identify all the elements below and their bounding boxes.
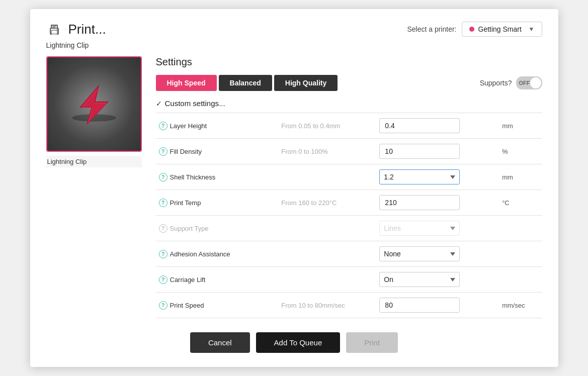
high-speed-button[interactable]: High Speed (156, 75, 217, 91)
help-icon[interactable]: ? (159, 275, 167, 284)
setting-range-cell: From 10 to 80mm/sec (278, 293, 376, 318)
printer-status-dot (469, 27, 474, 32)
setting-unit-cell: °C (499, 190, 542, 216)
help-icon[interactable]: ? (159, 199, 167, 207)
printer-select-area: Select a printer: Getting Smart ▼ (407, 22, 542, 37)
settings-area: Settings High Speed Balanced High Qualit… (156, 56, 542, 318)
shell-thickness-select[interactable]: 1.2 0.8 1.6 2.0 (379, 169, 460, 184)
help-icon[interactable]: ? (159, 250, 167, 258)
cancel-button[interactable]: Cancel (190, 332, 250, 353)
settings-title: Settings (156, 56, 542, 68)
setting-range-cell (278, 267, 376, 293)
help-icon[interactable]: ? (159, 173, 167, 181)
setting-unit-cell (499, 267, 542, 293)
printer-select-label: Select a printer: (407, 25, 456, 33)
print-dialog: Print... Select a printer: Getting Smart… (30, 9, 558, 367)
setting-name: Shell Thickness (170, 173, 216, 181)
setting-input-cell (376, 139, 499, 164)
carriage-lift-select[interactable]: On Off (379, 272, 460, 287)
setting-input-cell: Lines Grid (376, 216, 499, 241)
setting-range-cell: From 160 to 220°C (278, 190, 376, 216)
add-to-queue-button[interactable]: Add To Queue (256, 332, 341, 353)
setting-range-cell: From 0.05 to 0.4mm (278, 113, 376, 139)
printer-dropdown[interactable]: Getting Smart ▼ (462, 22, 542, 37)
chevron-right-icon: ✓ (156, 100, 162, 108)
chevron-down-icon: ▼ (529, 26, 535, 33)
toggle-knob (530, 77, 541, 88)
table-row: ? Print Speed From 10 to 80mm/sec mm/sec (156, 293, 542, 318)
setting-unit-cell (499, 241, 542, 267)
setting-input-cell (376, 113, 499, 139)
svg-rect-3 (52, 33, 57, 35)
footer-buttons: Cancel Add To Queue Print (46, 332, 542, 353)
support-type-select: Lines Grid (379, 221, 460, 236)
table-row: ? Carriage Lift On Off (156, 267, 542, 293)
print-icon (46, 21, 62, 37)
setting-name-cell: ? Adhesion Assistance (156, 241, 279, 267)
setting-unit-cell: % (499, 139, 542, 164)
adhesion-assistance-select[interactable]: None Brim Raft (379, 246, 460, 261)
lightning-clip-image (66, 81, 122, 127)
print-speed-input[interactable] (379, 298, 460, 313)
table-row: ? Layer Height From 0.05 to 0.4mm mm (156, 113, 542, 139)
header-row: Print... Select a printer: Getting Smart… (46, 21, 542, 37)
table-row: ? Shell Thickness 1.2 0.8 1.6 2.0 (156, 164, 542, 190)
custom-settings-label: Custom settings... (165, 99, 225, 108)
table-row: ? Adhesion Assistance None Brim Raft (156, 241, 542, 267)
object-name: Lightning Clip (46, 41, 542, 49)
thumbnail-area: Lightning Clip (46, 56, 142, 318)
setting-name: Adhesion Assistance (170, 250, 230, 258)
setting-unit-cell: mm/sec (499, 293, 542, 318)
setting-name-cell: ? Shell Thickness (156, 164, 279, 190)
settings-table: ? Layer Height From 0.05 to 0.4mm mm (156, 113, 542, 318)
table-row: ? Fill Density From 0 to 100% % (156, 139, 542, 164)
setting-unit-cell (499, 216, 542, 241)
setting-input-cell: On Off (376, 267, 499, 293)
setting-name-cell: ? Fill Density (156, 139, 279, 164)
custom-settings-row[interactable]: ✓ Custom settings... (156, 99, 542, 108)
setting-name: Print Speed (170, 302, 204, 309)
setting-range-cell (278, 216, 376, 241)
print-temp-input[interactable] (379, 195, 460, 210)
setting-input-cell (376, 293, 499, 318)
setting-input-cell (376, 190, 499, 216)
setting-name-cell: ? Print Speed (156, 293, 279, 318)
setting-name: Fill Density (170, 148, 202, 155)
thumbnail-inner (47, 57, 141, 151)
setting-range-cell: From 0 to 100% (278, 139, 376, 164)
thumbnail-box (46, 56, 142, 152)
print-button[interactable]: Print (346, 332, 398, 353)
toggle-text: OFF (519, 80, 530, 86)
help-icon[interactable]: ? (159, 147, 167, 156)
content-row: Lightning Clip Settings High Speed Balan… (46, 56, 542, 318)
setting-name-cell: ? Print Temp (156, 190, 279, 216)
page-title: Print... (68, 22, 106, 37)
setting-input-cell: 1.2 0.8 1.6 2.0 (376, 164, 499, 190)
setting-range-cell (278, 241, 376, 267)
table-row: ? Support Type Lines Grid (156, 216, 542, 241)
help-icon[interactable]: ? (159, 301, 167, 310)
setting-name: Print Temp (170, 199, 201, 207)
supports-toggle[interactable]: OFF (516, 76, 542, 89)
setting-name-cell: ? Layer Height (156, 113, 279, 139)
quality-buttons-row: High Speed Balanced High Quality Support… (156, 75, 542, 91)
setting-name: Support Type (170, 225, 209, 232)
table-row: ? Print Temp From 160 to 220°C °C (156, 190, 542, 216)
fill-density-input[interactable] (379, 144, 460, 159)
setting-name: Carriage Lift (170, 276, 206, 284)
title-area: Print... (46, 21, 106, 37)
setting-name-cell: ? Support Type (156, 216, 279, 241)
layer-height-input[interactable] (379, 118, 460, 133)
setting-unit-cell: mm (499, 113, 542, 139)
supports-label: Supports? (480, 79, 512, 87)
setting-name: Layer Height (170, 122, 207, 130)
setting-range-cell (278, 164, 376, 190)
quality-btn-group: High Speed Balanced High Quality (156, 75, 340, 91)
help-icon[interactable]: ? (159, 122, 167, 130)
setting-unit-cell: mm (499, 164, 542, 190)
balanced-button[interactable]: Balanced (219, 75, 272, 91)
svg-point-2 (57, 29, 58, 30)
setting-input-cell: None Brim Raft (376, 241, 499, 267)
high-quality-button[interactable]: High Quality (274, 75, 338, 91)
help-icon: ? (159, 224, 167, 233)
